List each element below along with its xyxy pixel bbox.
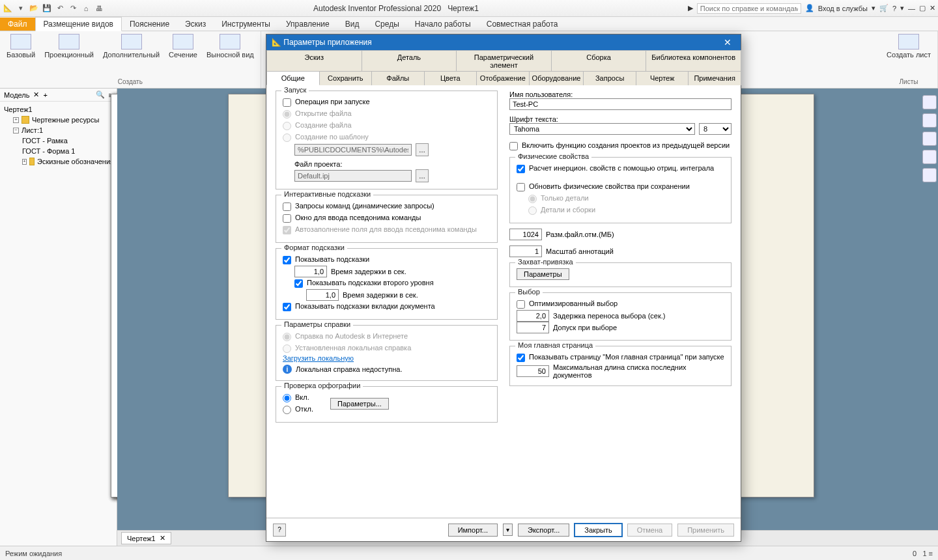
model-add-icon[interactable]: + bbox=[43, 91, 47, 99]
tree-child-1[interactable]: ГОСТ - Форма 1 bbox=[1, 146, 115, 156]
dlg-tab-part[interactable]: Деталь bbox=[362, 50, 457, 72]
chk-show-tooltips-2[interactable]: Показывать подсказки второго уровня bbox=[294, 277, 490, 289]
ribbon-item-section[interactable]: Сечение bbox=[169, 34, 197, 59]
expand-icon[interactable]: + bbox=[22, 159, 27, 165]
dlg-tab-drawing[interactable]: Чертеж bbox=[636, 71, 689, 85]
ribbon-tab-2[interactable]: Эскиз bbox=[177, 18, 214, 31]
snap-params-button[interactable]: Параметры bbox=[517, 268, 569, 280]
dialog-help-icon[interactable]: ? bbox=[273, 524, 286, 537]
status-menu-icon[interactable]: ≡ bbox=[929, 550, 933, 557]
ribbon-tab-0[interactable]: Размещение видов bbox=[35, 17, 122, 31]
anno-scale-field[interactable] bbox=[509, 245, 542, 257]
chk-neg-integral[interactable]: Расчет инерцион. свойств с помощью отриц… bbox=[517, 163, 724, 175]
dlg-tab-save[interactable]: Сохранить bbox=[319, 71, 373, 85]
save-icon[interactable]: 💾 bbox=[42, 3, 52, 14]
chk-update-on-save[interactable]: Обновить физические свойства при сохране… bbox=[517, 181, 724, 193]
expand-icon[interactable]: + bbox=[13, 117, 19, 123]
open-icon[interactable]: 📂 bbox=[29, 3, 39, 14]
ribbon-tab-5[interactable]: Вид bbox=[337, 18, 367, 31]
home-icon[interactable]: ⌂ bbox=[81, 3, 91, 14]
zoom-all-icon[interactable] bbox=[922, 168, 937, 182]
ribbon-tab-6[interactable]: Среды bbox=[367, 18, 406, 31]
browse-project-icon[interactable]: … bbox=[416, 169, 429, 182]
download-local-help-link[interactable]: Загрузить локальную bbox=[283, 354, 354, 362]
doc-tab-active[interactable]: Чертеж1✕ bbox=[121, 532, 171, 544]
collapse-icon[interactable]: − bbox=[13, 128, 19, 133]
browse-template-icon[interactable]: … bbox=[416, 143, 429, 156]
print-icon[interactable]: 🖶 bbox=[94, 3, 104, 14]
select-tol-field[interactable] bbox=[517, 322, 549, 333]
font-name-select[interactable]: Tahoma bbox=[509, 123, 695, 135]
dlg-tab-assembly[interactable]: Сборка bbox=[551, 50, 647, 72]
export-button[interactable]: Экспорт... bbox=[518, 524, 569, 537]
tree-root[interactable]: Чертеж1 bbox=[1, 104, 115, 115]
ribbon-tab-1[interactable]: Пояснение bbox=[122, 18, 177, 31]
help-search-input[interactable] bbox=[697, 3, 801, 14]
ribbon-item-base[interactable]: Базовый bbox=[7, 34, 35, 59]
chk-show-tooltips[interactable]: Показывать подсказки bbox=[283, 254, 490, 266]
dlg-tab-notes[interactable]: Примечания bbox=[688, 71, 741, 85]
ribbon-tab-3[interactable]: Инструменты bbox=[214, 18, 278, 31]
chk-show-home[interactable]: Показывать страницу "Моя главная страниц… bbox=[517, 352, 724, 363]
dlg-tab-display[interactable]: Отображение bbox=[476, 71, 530, 85]
tree-resources[interactable]: +Чертежные ресурсы bbox=[1, 115, 115, 125]
dlg-tab-cc[interactable]: Библиотека компонентов bbox=[646, 50, 741, 72]
redo-icon[interactable]: ↷ bbox=[68, 3, 78, 14]
user-icon[interactable]: 👤 bbox=[805, 4, 814, 12]
help-icon[interactable]: ? bbox=[892, 5, 896, 12]
dialog-titlebar[interactable]: 📐 Параметры приложения ✕ bbox=[266, 35, 741, 50]
doc-tab-close-icon[interactable]: ✕ bbox=[160, 534, 165, 542]
tooltip-delay-2[interactable] bbox=[306, 289, 339, 301]
chk-optimized-select[interactable]: Оптимизированный выбор bbox=[517, 298, 724, 310]
recent-max-field[interactable] bbox=[517, 365, 549, 377]
new-icon[interactable]: ▾ bbox=[16, 3, 26, 14]
signin-label[interactable]: Вход в службы bbox=[818, 5, 868, 12]
chk-legacy-projects[interactable]: Включить функцию создания проектов из пр… bbox=[509, 140, 732, 152]
cart-icon[interactable]: 🛒 bbox=[879, 4, 888, 12]
tooltip-delay-1[interactable] bbox=[294, 266, 327, 277]
close-button[interactable]: Закрыть bbox=[575, 524, 621, 537]
dlg-tab-general[interactable]: Общие bbox=[266, 71, 320, 85]
nav-wheel-icon[interactable] bbox=[922, 95, 937, 109]
pan-icon[interactable] bbox=[922, 113, 937, 128]
tree-child-0[interactable]: ГОСТ - Рамка bbox=[1, 135, 115, 146]
select-delay-field[interactable] bbox=[517, 310, 549, 322]
min-icon[interactable]: — bbox=[908, 5, 915, 12]
dlg-tab-files[interactable]: Файлы bbox=[371, 71, 425, 85]
search-play-icon[interactable]: ▶ bbox=[688, 4, 693, 12]
chk-cmd-prompts[interactable]: Запросы команд (динамические запросы) bbox=[283, 201, 490, 212]
dlg-tab-ifeature[interactable]: Параметрический элемент bbox=[456, 50, 552, 72]
zoom-window-icon[interactable] bbox=[922, 150, 937, 164]
dlg-tab-prompts[interactable]: Запросы bbox=[583, 71, 636, 85]
chk-startup-op[interactable]: Операция при запуске bbox=[283, 96, 490, 108]
file-tab[interactable]: Файл bbox=[0, 18, 35, 31]
spell-options-button[interactable]: Параметры... bbox=[330, 398, 389, 410]
font-size-select[interactable]: 8 bbox=[699, 123, 732, 135]
dialog-close-icon[interactable]: ✕ bbox=[720, 37, 735, 48]
ribbon-item-aux[interactable]: Дополнительный bbox=[103, 34, 160, 59]
tree-child-2[interactable]: +Эскизные обозначения bbox=[1, 156, 115, 167]
chk-alias-window[interactable]: Окно для ввода псевдонима команды bbox=[283, 212, 490, 224]
ribbon-tab-8[interactable]: Совместная работа bbox=[479, 18, 566, 31]
ribbon-item-detail[interactable]: Выносной вид bbox=[206, 34, 254, 59]
undo-icon[interactable]: ↶ bbox=[55, 3, 65, 14]
rad-spell-on[interactable]: Вкл. bbox=[283, 392, 313, 404]
dlg-tab-colors[interactable]: Цвета bbox=[424, 71, 477, 85]
ribbon-item-newsheet[interactable]: Создать лист bbox=[887, 34, 931, 59]
import-dropdown-icon[interactable]: ▾ bbox=[503, 524, 513, 536]
tree-sheet[interactable]: −Лист:1 bbox=[1, 125, 115, 135]
zoom-icon[interactable] bbox=[922, 132, 937, 146]
dlg-tab-hardware[interactable]: Оборудование bbox=[529, 71, 584, 85]
model-close-icon[interactable]: ✕ bbox=[33, 91, 39, 99]
ribbon-tab-4[interactable]: Управление bbox=[278, 18, 337, 31]
ribbon-tab-7[interactable]: Начало работы bbox=[407, 18, 479, 31]
username-field[interactable] bbox=[509, 98, 732, 110]
undo-size-field[interactable] bbox=[509, 229, 542, 240]
import-button[interactable]: Импорт... bbox=[448, 524, 498, 537]
rad-spell-off[interactable]: Откл. bbox=[283, 404, 313, 415]
chk-show-doc-tooltips[interactable]: Показывать подсказки вкладки документа bbox=[283, 301, 490, 313]
dlg-tab-sketch[interactable]: Эскиз bbox=[266, 50, 362, 72]
close-app-icon[interactable]: ✕ bbox=[930, 4, 935, 12]
model-search-icon[interactable]: 🔍 bbox=[96, 91, 105, 99]
max-icon[interactable]: ▢ bbox=[919, 4, 926, 12]
